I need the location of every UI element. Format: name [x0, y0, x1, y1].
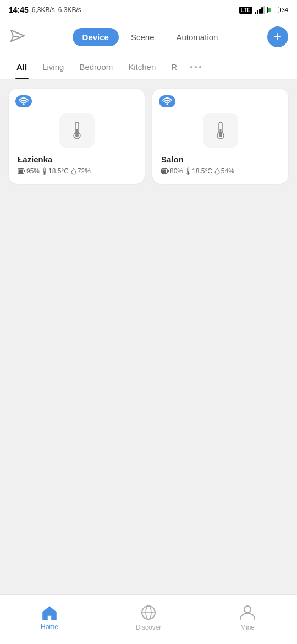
svg-rect-21 — [162, 170, 166, 173]
stat-battery-salon: 80% — [161, 167, 183, 175]
svg-point-3 — [23, 103, 25, 105]
discover-icon — [140, 604, 157, 621]
status-time: 14:45 — [9, 6, 29, 14]
signal-bar-1 — [255, 12, 256, 14]
send-icon[interactable] — [9, 27, 26, 45]
svg-point-7 — [75, 134, 79, 137]
nav-item-home[interactable]: Home — [0, 604, 99, 631]
device-name-salon: Salon — [161, 155, 279, 164]
svg-point-15 — [167, 103, 168, 105]
svg-point-0 — [190, 66, 193, 68]
nav-label-mine: Mine — [240, 624, 255, 631]
signal-bars — [255, 6, 265, 14]
network-speed: 6,3KB/s — [32, 6, 55, 14]
mine-icon — [239, 604, 256, 621]
signal-bar-3 — [259, 9, 261, 14]
category-tab-living[interactable]: Living — [35, 54, 72, 79]
wifi-badge-salon — [159, 95, 175, 107]
svg-point-26 — [188, 173, 189, 174]
empty-content-area — [0, 193, 297, 569]
tab-device[interactable]: Device — [73, 28, 119, 46]
tab-scene[interactable]: Scene — [121, 28, 164, 46]
device-stats-salon: 80% 18.5°C 54% — [161, 167, 279, 175]
device-card-salon[interactable]: Salon 80% 18.5°C — [152, 89, 288, 184]
header-left — [9, 27, 33, 47]
nav-item-discover[interactable]: Discover — [99, 604, 198, 631]
stat-temp-salon: 18.5°C — [185, 167, 212, 175]
svg-rect-22 — [168, 170, 169, 172]
svg-rect-10 — [24, 170, 25, 172]
category-more-dots[interactable] — [185, 56, 207, 79]
device-icon-salon — [203, 113, 238, 148]
nav-item-mine[interactable]: Mine — [198, 604, 297, 631]
battery-icon: 34 — [267, 7, 288, 13]
svg-point-30 — [244, 606, 251, 613]
svg-point-2 — [199, 66, 201, 68]
svg-point-14 — [44, 173, 46, 174]
category-tab-r[interactable]: R — [163, 54, 185, 79]
category-tab-all[interactable]: All — [9, 54, 35, 79]
device-icon-lazienka — [59, 113, 95, 148]
category-tabs: All Living Bedroom Kitchen R — [0, 54, 297, 80]
header-tabs: Device Scene Automation — [73, 28, 228, 46]
signal-bar-5 — [263, 6, 265, 14]
nav-label-home: Home — [41, 623, 58, 631]
device-card-lazienka[interactable]: Łazienka 95% 18.5°C — [9, 89, 145, 184]
svg-point-19 — [219, 134, 222, 137]
device-grid: Łazienka 95% 18.5°C — [0, 80, 297, 193]
category-tab-kitchen[interactable]: Kitchen — [120, 54, 163, 79]
category-tab-bedroom[interactable]: Bedroom — [72, 54, 120, 79]
wifi-badge-lazienka — [15, 95, 32, 107]
network-speed-value: 6,3KB/s — [58, 6, 81, 14]
device-name-lazienka: Łazienka — [18, 155, 136, 164]
bottom-nav: Home Discover Mine — [0, 594, 297, 644]
lte-badge: LTE — [239, 7, 252, 14]
add-button[interactable]: + — [267, 26, 288, 47]
stat-battery-lazienka: 95% — [18, 167, 40, 175]
status-bar: 14:45 6,3KB/s 6,3KB/s LTE 34 — [0, 0, 297, 20]
home-icon — [41, 604, 58, 621]
stat-humidity-salon: 54% — [215, 167, 234, 175]
tab-automation[interactable]: Automation — [167, 28, 228, 46]
svg-point-1 — [195, 66, 197, 68]
status-icons: LTE 34 — [239, 6, 288, 14]
stat-humidity-lazienka: 72% — [71, 167, 91, 175]
stat-temp-lazienka: 18.5°C — [42, 167, 69, 175]
svg-rect-9 — [19, 170, 23, 173]
nav-label-discover: Discover — [136, 624, 162, 631]
add-icon: + — [274, 30, 282, 43]
signal-bar-4 — [261, 7, 263, 14]
device-stats-lazienka: 95% 18.5°C 72% — [18, 167, 136, 175]
signal-bar-2 — [257, 10, 258, 14]
battery-percent: 34 — [282, 7, 288, 13]
header: Device Scene Automation + — [0, 20, 297, 54]
